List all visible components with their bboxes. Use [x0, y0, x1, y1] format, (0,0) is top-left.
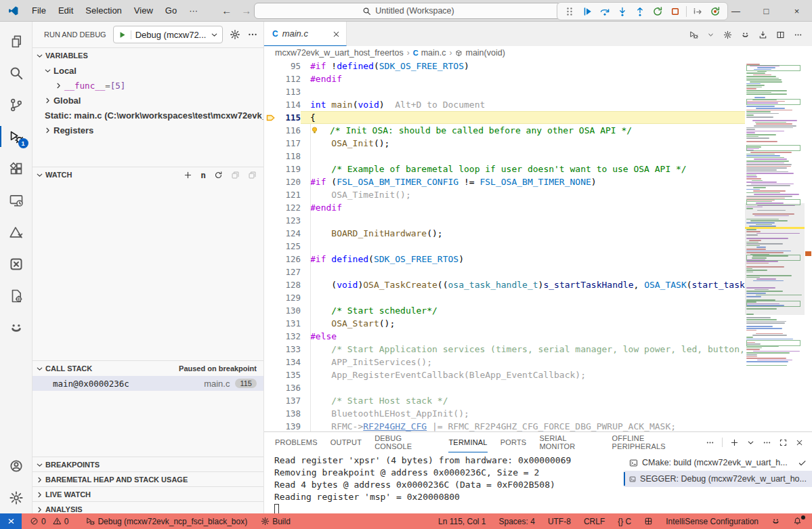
nav-back-button[interactable]: ←: [221, 5, 232, 16]
variables-header[interactable]: VARIABLES: [33, 48, 263, 63]
code-line-131[interactable]: 131 OSA_Start();: [264, 317, 745, 330]
menu-item-view[interactable]: View: [128, 3, 159, 18]
code-line-125[interactable]: 125: [264, 240, 745, 253]
status-debug-configuration[interactable]: Debug (mcxw72evk_ncp_fsci_black_box): [84, 517, 249, 526]
code-line-127[interactable]: 127: [264, 266, 745, 278]
maximize-panel-button[interactable]: [779, 438, 788, 447]
variables-scope-global[interactable]: Global: [33, 93, 263, 108]
call-stack-frame[interactable]: main@0x0000236c main.c 115: [33, 376, 263, 391]
more-editor-actions-button[interactable]: [794, 28, 803, 39]
debug-settings-gear-button[interactable]: [230, 29, 240, 40]
code-line-134[interactable]: 134 APP_InitServices();: [264, 356, 745, 368]
activity-explorer[interactable]: [0, 25, 33, 57]
activity-x-tool[interactable]: [0, 248, 33, 280]
editor-settings-button[interactable]: [723, 28, 732, 39]
code-line-137[interactable]: 137 /* Start Host stack */: [264, 394, 745, 407]
split-editor-button[interactable]: [776, 28, 785, 39]
code-line-116[interactable]: 116/* Init OSA: should be called before …: [264, 124, 745, 137]
close-button[interactable]: ×: [782, 0, 812, 22]
panel-tab-output[interactable]: OUTPUT: [330, 432, 362, 452]
status-intellisense-configuration[interactable]: IntelliSense Configuration: [664, 517, 761, 526]
terminal-list-item[interactable]: SEGGER: Debug (mcxw72evk_w_uart_ho...: [624, 471, 812, 487]
status-cursor-position[interactable]: Ln 115, Col 1: [436, 517, 488, 526]
activity-source-control[interactable]: [0, 89, 33, 121]
install-action-button[interactable]: [758, 28, 767, 39]
disassembly-button[interactable]: [689, 3, 706, 19]
debug-more-actions-button[interactable]: [247, 29, 258, 40]
activity-project-configuration[interactable]: [0, 280, 33, 312]
code-line-138[interactable]: 138 BluetoothLEHost_AppInit();: [264, 407, 745, 420]
status-indentation[interactable]: Spaces: 4: [497, 517, 537, 526]
close-panel-button[interactable]: [795, 438, 804, 447]
mcux-action-button[interactable]: [741, 28, 750, 39]
status-eol[interactable]: CRLF: [582, 517, 607, 526]
code-line-130[interactable]: 130 /* Start scheduler*/: [264, 304, 745, 317]
panel-more-actions-button[interactable]: [763, 438, 771, 447]
remote-indicator[interactable]: [0, 513, 22, 529]
code-line-121[interactable]: 121 OSA_TimeInit();: [264, 188, 745, 201]
status-language-mode[interactable]: {} C: [616, 517, 633, 526]
variable-row[interactable]: __func__ = [5]: [33, 78, 263, 93]
menu-item-file[interactable]: File: [26, 3, 52, 18]
activity-accounts[interactable]: [0, 450, 33, 482]
step-over-button[interactable]: [596, 3, 614, 19]
status-cpp-status[interactable]: [642, 517, 655, 526]
menu-item-selection[interactable]: Selection: [79, 3, 127, 18]
section-header-1[interactable]: BAREMETAL HEAP AND STACK USAGE: [33, 472, 263, 486]
status-notifications[interactable]: [791, 517, 804, 526]
activity-test-tool[interactable]: [0, 216, 33, 248]
natural-format-button[interactable]: n: [200, 170, 206, 180]
code-editor[interactable]: 95#if !defined(SDK_OS_FREE_RTOS)112#endi…: [264, 60, 812, 431]
panel-tab-terminal[interactable]: TERMINAL: [448, 432, 487, 452]
panel-tab-offline-peripherals[interactable]: OFFLINE PERIPHERALS: [612, 432, 693, 452]
menu-item-go[interactable]: Go: [159, 3, 183, 18]
code-line-135[interactable]: 135 App_RegisterEventCallback(BleApp_Eve…: [264, 368, 745, 381]
menu-item-edit[interactable]: Edit: [52, 3, 79, 18]
drag-grip-button[interactable]: [561, 3, 578, 19]
tab-close-button[interactable]: [332, 28, 341, 39]
add-expression-button[interactable]: [184, 170, 192, 179]
activity-remote-explorer[interactable]: [0, 184, 33, 216]
call-stack-header[interactable]: CALL STACK Paused on breakpoint: [33, 361, 263, 376]
code-line-139[interactable]: 139 RFMC->RF2P4GHZ_CFG |= RFMC_RF2P4GHZ_…: [264, 420, 745, 431]
code-line-113[interactable]: 113: [264, 85, 745, 98]
refresh-button[interactable]: [214, 170, 223, 179]
start-debug-button[interactable]: [114, 30, 131, 39]
new-terminal-button[interactable]: [730, 438, 739, 447]
continue-button[interactable]: [578, 3, 596, 19]
code-line-136[interactable]: 136: [264, 381, 745, 394]
restart-button[interactable]: [649, 3, 666, 19]
menu-item-[interactable]: ···: [183, 3, 204, 18]
lightbulb-icon[interactable]: [310, 124, 330, 137]
terminal-output[interactable]: Read register 'xpsr' (4 bytes) from hard…: [264, 452, 624, 513]
command-center-search[interactable]: Untitled (Workspace): [254, 3, 563, 19]
variables-scope-static[interactable]: Static: main.c (C:\work\workspaces\test\…: [33, 108, 263, 123]
section-header-2[interactable]: LIVE WATCH: [33, 487, 263, 501]
code-line-124[interactable]: 124 BOARD_InitHardware();: [264, 227, 745, 240]
code-line-129[interactable]: 129: [264, 291, 745, 304]
section-header-0[interactable]: BREAKPOINTS: [33, 457, 263, 471]
breadcrumb[interactable]: mcxw72evk_w_uart_host_freertos›Cmain.c›m…: [264, 46, 812, 60]
nav-forward-button[interactable]: →: [241, 5, 251, 16]
variables-scope-local[interactable]: Local: [33, 63, 263, 78]
panel-tab-debug-console[interactable]: DEBUG CONSOLE: [375, 432, 435, 452]
code-line-119[interactable]: 119 /* Example of baremetal loop if user…: [264, 163, 745, 175]
code-line-114[interactable]: 114int main(void) Alt+D to Document: [264, 98, 745, 111]
code-line-117[interactable]: 117 OSA_Init();: [264, 137, 745, 150]
minimap[interactable]: [745, 60, 805, 431]
code-line-132[interactable]: 132#else: [264, 330, 745, 343]
panel-tab-overflow-button[interactable]: [706, 438, 714, 447]
activity-extensions[interactable]: [0, 152, 33, 184]
status-build-task[interactable]: Build: [259, 517, 293, 526]
code-line-122[interactable]: 122#endif: [264, 201, 745, 214]
code-line-128[interactable]: 128 (void)OSA_TaskCreate((osa_task_handl…: [264, 278, 745, 291]
variables-scope-registers[interactable]: Registers: [33, 123, 263, 137]
section-header-3[interactable]: ANALYSIS: [33, 502, 263, 513]
breadcrumb-item-2[interactable]: main(void): [455, 48, 505, 58]
status-feedback[interactable]: [769, 517, 782, 526]
code-line-115[interactable]: 115{: [264, 111, 745, 124]
panel-tab-ports[interactable]: PORTS: [500, 432, 527, 452]
breadcrumb-item-0[interactable]: mcxw72evk_w_uart_host_freertos: [275, 48, 404, 58]
code-line-112[interactable]: 112#endif: [264, 72, 745, 85]
code-line-120[interactable]: 120#if (FSL_OSA_BM_TIMER_CONFIG != FSL_O…: [264, 175, 745, 188]
